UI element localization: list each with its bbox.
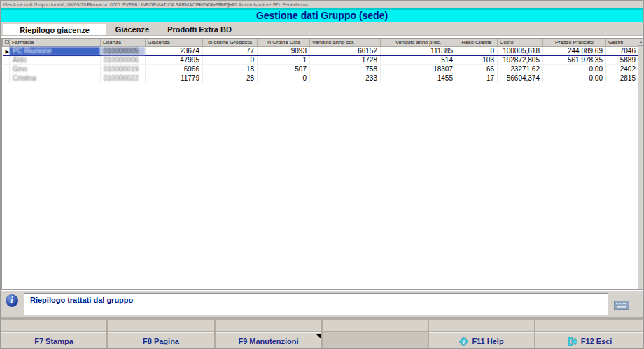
cell-venduto-anno-cor: 1728 — [310, 55, 381, 64]
cell-reso-cliente: 103 — [456, 55, 498, 64]
cell-in-ordine-grossista: 0 — [203, 55, 258, 64]
grid-header-row: Farmacia Licenza Giacenza In ordine Gros… — [3, 39, 639, 46]
tab-giacenze[interactable]: Giacenze — [108, 24, 157, 35]
cell-venduto-anno-cor: 66152 — [310, 46, 381, 55]
cell-giacenza: 23674 — [146, 46, 203, 55]
cell-farmacia: Gino — [10, 64, 101, 74]
footer-slot — [216, 320, 321, 331]
cell-in-ordine-grossista: 77 — [203, 46, 258, 55]
cell-in-ordine-ditta: 9093 — [258, 46, 310, 55]
cell-giacenza: 47995 — [146, 55, 203, 64]
cell-costo: 192872,805 — [498, 55, 543, 64]
current-row-marker-icon: ▶ — [3, 46, 10, 55]
cell-in-ordine-ditta: 507 — [258, 64, 310, 74]
keyboard-icon[interactable] — [614, 300, 629, 309]
col-header-giacenza[interactable]: Giacenza — [146, 39, 203, 46]
cell-costo: 23271,62 — [498, 64, 543, 74]
cell-gestiti: 7046 — [606, 46, 639, 55]
cell-venduto-anno-prec: 111385 — [381, 46, 456, 55]
pharmacy-grid: Farmacia Licenza Giacenza In ordine Gros… — [1, 38, 644, 290]
f9-manutenzioni-button[interactable]: F9 Manutenzioni — [216, 332, 321, 349]
col-header-costo[interactable]: Costo — [498, 39, 543, 46]
footer-slot — [108, 320, 214, 331]
col-header-venduto-anno-prec[interactable]: Venduto anno prec. — [381, 39, 456, 46]
cell-licenza: 010000022 — [101, 74, 146, 83]
footer-slot — [323, 320, 428, 331]
function-key-bar: F7 Stampa F8 Pagina F9 Manutenzioni i F1… — [1, 317, 644, 349]
col-header-in-ordine-ditta[interactable]: In Ordine Ditta — [258, 39, 310, 46]
cell-in-ordine-grossista: 28 — [203, 74, 258, 83]
col-header-in-ordine-grossista[interactable]: In ordine Grossista — [203, 39, 258, 46]
cell-reso-cliente: 17 — [456, 74, 498, 83]
col-header-reso-cliente[interactable]: Reso Cliente — [456, 39, 498, 46]
cell-in-ordine-ditta: 0 — [258, 74, 310, 83]
message-panel: i Riepilogo trattati dal gruppo — [1, 290, 644, 317]
f8-pagina-button[interactable]: F8 Pagina — [108, 332, 214, 349]
footer-slot — [536, 320, 644, 331]
cell-venduto-anno-cor: 233 — [310, 74, 381, 83]
scroll-up-icon[interactable]: ▲ — [638, 39, 644, 46]
cell-licenza: 010000006 — [101, 55, 146, 64]
status-operatore: Oper.: Amministratore — [224, 1, 272, 8]
cell-gestiti: 2402 — [606, 64, 639, 74]
tab-content: Farmacia Licenza Giacenza In ordine Gros… — [1, 35, 644, 290]
help-diamond-icon: i — [459, 337, 468, 346]
cell-gestiti: 2815 — [606, 74, 639, 83]
cell-prezzo-praticato: 0,00 — [543, 64, 606, 74]
message-text: Riepilogo trattati dal gruppo — [30, 296, 133, 304]
f12-esci-button[interactable]: F12 Esci — [536, 332, 644, 349]
cell-giacenza: 6966 — [146, 64, 203, 74]
app-window: Gestione dati Gruppo lunedì, 06/09/2010 … — [0, 0, 644, 349]
cell-licenza: 010000019 — [101, 64, 146, 74]
grid-row[interactable]: Aldo 010000006 47995 0 1 1728 514 103 19… — [3, 55, 639, 64]
status-app-title: Gestione dati Gruppo — [4, 1, 50, 8]
footer-slot — [429, 320, 534, 331]
cell-in-ordine-grossista: 18 — [203, 64, 258, 74]
submenu-corner-icon — [316, 334, 321, 338]
page-title: Gestione dati Gruppo (sede) — [1, 8, 643, 22]
cell-farmacia: Aldo — [10, 55, 101, 64]
cell-venduto-anno-prec: 18307 — [381, 64, 456, 74]
cell-gestiti: 5889 — [606, 55, 639, 64]
status-bd: BD: Federfarma — [273, 1, 308, 8]
col-header-prezzo-praticato[interactable]: Prezzo Praticato — [543, 39, 606, 46]
cell-prezzo-praticato: 0,00 — [543, 74, 606, 83]
cell-farmacia: PC Riunione — [10, 46, 101, 55]
grid-row-selected[interactable]: ▶ PC Riunione 010000005 23674 77 9093 66… — [3, 46, 639, 55]
message-box: Riepilogo trattati dal gruppo — [24, 293, 608, 316]
vertical-scrollbar[interactable]: ▲ — [638, 39, 643, 289]
footer-slot — [1, 320, 106, 331]
cell-prezzo-praticato: 244.089,69 — [543, 46, 606, 55]
status-bar: Gestione dati Gruppo lunedì, 06/09/2010 … — [1, 1, 643, 8]
cell-prezzo-praticato: 561.978,35 — [543, 55, 606, 64]
status-date: lunedì, 06/09/2010 — [51, 1, 92, 8]
tab-prodotti-extra-bd[interactable]: Prodotti Extra BD — [158, 24, 241, 35]
info-icon: i — [6, 294, 18, 307]
grid-row[interactable]: Cristina 010000022 11779 28 0 233 1455 1… — [3, 74, 639, 83]
tab-bar: Riepilogo giacenze Giacenze Prodotti Ext… — [1, 22, 643, 35]
tab-riepilogo-giacenze[interactable]: Riepilogo giacenze — [3, 24, 106, 35]
cell-licenza: 010000005 — [101, 46, 146, 55]
cell-in-ordine-ditta: 1 — [258, 55, 310, 64]
cell-giacenza: 11779 — [146, 74, 203, 83]
cell-costo: 100005,618 — [498, 46, 543, 55]
cell-costo: 56604,374 — [498, 74, 543, 83]
cell-venduto-anno-cor: 758 — [310, 64, 381, 74]
footer-empty-button — [323, 332, 428, 349]
cell-venduto-anno-prec: 1455 — [381, 74, 456, 83]
col-header-venduto-anno-cor[interactable]: Venduto anno cor. — [310, 39, 381, 46]
grid-row[interactable]: Gino 010000019 6966 18 507 758 18307 66 … — [3, 64, 639, 74]
col-header-farmacia[interactable]: Farmacia — [10, 39, 101, 46]
cell-reso-cliente: 66 — [456, 64, 498, 74]
col-header-licenza[interactable]: Licenza — [101, 39, 146, 46]
cell-venduto-anno-prec: 514 — [381, 55, 456, 64]
cell-reso-cliente: 0 — [456, 46, 498, 55]
f11-help-button[interactable]: i F11 Help — [429, 332, 534, 349]
f7-stampa-button[interactable]: F7 Stampa — [1, 332, 106, 349]
select-all-icon[interactable] — [3, 39, 10, 46]
exit-arrow-icon — [568, 337, 578, 346]
cell-farmacia: Cristina — [10, 74, 101, 83]
col-header-gestiti[interactable]: Gestiti — [606, 39, 639, 46]
